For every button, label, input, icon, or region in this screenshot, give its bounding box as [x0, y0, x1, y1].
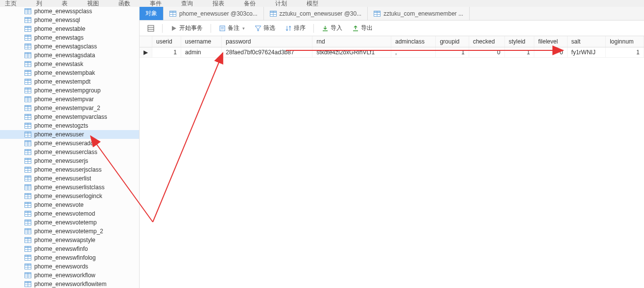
sidebar-item-phome_enewsworkflow[interactable]: phome_enewsworkflow	[0, 271, 139, 280]
grid-view-button[interactable]	[143, 23, 158, 33]
table-icon	[24, 88, 31, 93]
cell-styleid[interactable]: 1	[504, 47, 534, 58]
menu-item[interactable]: 备份	[244, 0, 256, 7]
sidebar-item-label: phome_enewswords	[34, 263, 88, 270]
sidebar-item-phome_enewswapstyle[interactable]: phome_enewswapstyle	[0, 236, 139, 244]
column-header-salt[interactable]: salt	[567, 36, 606, 47]
sidebar-item-phome_enewsuserjs[interactable]: phome_enewsuserjs	[0, 156, 139, 165]
import-button[interactable]: 导入	[318, 22, 346, 34]
sidebar-item-label: phome_enewstempvar_2	[34, 105, 100, 111]
sidebar-item-phome_enewssql[interactable]: phome_enewssql	[0, 16, 139, 24]
table-icon	[24, 264, 31, 269]
chevron-down-icon: ▾	[242, 26, 245, 31]
column-header-adminclass[interactable]: adminclass	[391, 36, 436, 47]
separator	[211, 24, 211, 33]
column-header-password[interactable]: password	[222, 36, 312, 47]
sidebar-item-phome_enewsuser[interactable]: phome_enewsuser	[0, 130, 139, 139]
table-icon	[24, 35, 31, 41]
sidebar-item-phome_enewsuseradd[interactable]: phome_enewsuseradd	[0, 139, 139, 148]
table-icon	[24, 281, 31, 287]
table-icon	[24, 167, 31, 173]
sidebar-item-phome_enewsuserjsclass[interactable]: phome_enewsuserjsclass	[0, 165, 139, 174]
sidebar-item-phome_enewswords[interactable]: phome_enewswords	[0, 262, 139, 271]
cell-filelevel[interactable]: 0	[534, 47, 568, 58]
tab-2[interactable]: zztuku_com_enewsuser @30...	[264, 7, 368, 20]
sidebar-item-phome_enewstags[interactable]: phome_enewstags	[0, 33, 139, 42]
sidebar-item-phome_enewsvotemod[interactable]: phome_enewsvotemod	[0, 209, 139, 218]
sidebar-item-phome_enewstempvar[interactable]: phome_enewstempvar	[0, 95, 139, 104]
sidebar-item-phome_enewswfinfolog[interactable]: phome_enewswfinfolog	[0, 253, 139, 262]
cell-password[interactable]: 28faed7bf0c97624ad3b87	[222, 47, 312, 58]
cell-rnd[interactable]: stkdte4zl2oxGRlhVLf1	[312, 47, 391, 58]
sidebar-item-phome_enewsworkflowitem[interactable]: phome_enewsworkflowitem	[0, 280, 139, 288]
sidebar-item-phome_enewstempvar_2[interactable]: phome_enewstempvar_2	[0, 104, 139, 112]
sidebar-item-phome_enewstempvarclass[interactable]: phome_enewstempvarclass	[0, 112, 139, 121]
sidebar-item-phome_enewsuserloginck[interactable]: phome_enewsuserloginck	[0, 192, 139, 200]
remark-button[interactable]: 备注 ▾	[215, 22, 249, 34]
cell-username[interactable]: admin	[181, 47, 221, 58]
sort-button[interactable]: 排序	[281, 22, 310, 34]
sidebar-item-phome_enewsspclass[interactable]: phome_enewsspclass	[0, 7, 139, 16]
menu-item[interactable]: 视图	[87, 0, 99, 7]
sidebar-item-label: phome_enewsuserloginck	[34, 193, 102, 199]
cell-adminclass[interactable]: ,	[391, 47, 436, 58]
column-header-rnd[interactable]: rnd	[312, 36, 391, 47]
sidebar-item-label: phome_enewsuserlistclass	[34, 184, 104, 191]
sidebar-item-phome_enewstable[interactable]: phome_enewstable	[0, 24, 139, 33]
tab-0[interactable]: 对象	[140, 7, 164, 20]
menu-item[interactable]: 表	[62, 0, 68, 7]
sidebar-item-label: phome_enewsuser	[34, 131, 84, 138]
data-grid[interactable]: useridusernamepasswordrndadminclassgroup…	[140, 36, 644, 288]
table-icon	[24, 255, 31, 261]
column-header-groupid[interactable]: groupid	[436, 36, 469, 47]
sidebar-item-phome_enewstogzts[interactable]: phome_enewstogzts	[0, 121, 139, 130]
menu-item[interactable]: 函数	[119, 0, 130, 7]
sidebar-item-phome_enewstagsdata[interactable]: phome_enewstagsdata	[0, 51, 139, 60]
svg-marker-147	[255, 26, 261, 31]
menu-item[interactable]: 查询	[181, 0, 193, 7]
sidebar-item-phome_enewsuserlist[interactable]: phome_enewsuserlist	[0, 174, 139, 183]
cell-salt[interactable]: fy1rWNIJ	[567, 47, 606, 58]
separator	[313, 24, 314, 33]
start-transaction-button[interactable]: 开始事务	[167, 22, 207, 34]
table-row[interactable]: ▶1admin28faed7bf0c97624ad3b87stkdte4zl2o…	[140, 47, 644, 58]
sidebar-item-label: phome_enewsuserjsclass	[34, 166, 101, 173]
export-button[interactable]: 导出	[348, 22, 377, 34]
sidebar-item-phome_enewstempgroup[interactable]: phome_enewstempgroup	[0, 86, 139, 95]
sidebar-item-phome_enewstempdt[interactable]: phome_enewstempdt	[0, 77, 139, 86]
menu-item[interactable]: 计划	[275, 0, 287, 7]
table-list-sidebar[interactable]: phome_enewsspclassphome_enewssqlphome_en…	[0, 7, 140, 288]
sidebar-item-phome_enewsvotetemp_2[interactable]: phome_enewsvotetemp_2	[0, 227, 139, 236]
column-header-filelevel[interactable]: filelevel	[534, 36, 568, 47]
cell-groupid[interactable]: 1	[436, 47, 469, 58]
sidebar-item-phome_enewsvotetemp[interactable]: phome_enewsvotetemp	[0, 218, 139, 227]
filter-button[interactable]: 筛选	[251, 22, 279, 34]
sidebar-item-phome_enewsvote[interactable]: phome_enewsvote	[0, 200, 139, 209]
column-header-userid[interactable]: userid	[152, 36, 181, 47]
table-icon	[24, 8, 31, 14]
column-header-checked[interactable]: checked	[469, 36, 504, 47]
tab-1[interactable]: phome_enewsuser @303co...	[164, 7, 264, 20]
table-icon	[24, 211, 31, 217]
column-header-styleid[interactable]: styleid	[504, 36, 534, 47]
sidebar-item-phome_enewsuserclass[interactable]: phome_enewsuserclass	[0, 148, 139, 156]
menu-item[interactable]: 列	[36, 0, 42, 7]
sidebar-item-phome_enewsuserlistclass[interactable]: phome_enewsuserlistclass	[0, 183, 139, 192]
note-icon	[219, 25, 226, 32]
column-header-loginnum[interactable]: loginnum	[606, 36, 644, 47]
menu-item[interactable]: 主页	[5, 0, 17, 7]
tab-3[interactable]: zztuku_com_enewsmember ...	[368, 7, 470, 20]
cell-checked[interactable]: 0	[469, 47, 504, 58]
sidebar-item-phome_enewstempbak[interactable]: phome_enewstempbak	[0, 68, 139, 77]
sidebar-item-phome_enewstagsclass[interactable]: phome_enewstagsclass	[0, 42, 139, 51]
sidebar-item-phome_enewstask[interactable]: phome_enewstask	[0, 60, 139, 68]
menu-item[interactable]: 事件	[150, 0, 162, 7]
cell-userid[interactable]: 1	[152, 47, 181, 58]
sidebar-item-phome_enewswfinfo[interactable]: phome_enewswfinfo	[0, 244, 139, 253]
table-icon	[24, 52, 31, 58]
menu-item[interactable]: 报表	[213, 0, 224, 7]
column-header-username[interactable]: username	[181, 36, 221, 47]
import-icon	[322, 25, 329, 32]
menu-item[interactable]: 模型	[307, 0, 318, 7]
cell-loginnum[interactable]: 1	[606, 47, 644, 58]
